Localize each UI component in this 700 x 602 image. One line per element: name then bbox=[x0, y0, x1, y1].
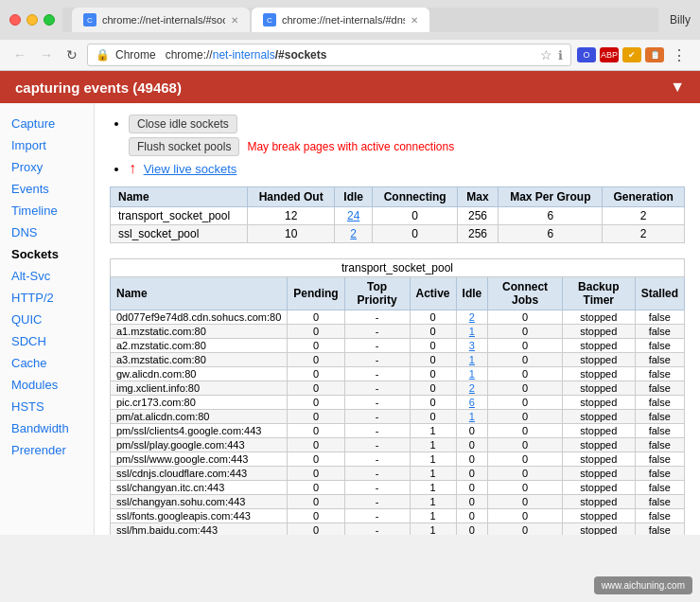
sidebar-item-quic[interactable]: QUIC bbox=[0, 309, 94, 330]
table-cell[interactable]: 2 bbox=[334, 225, 373, 243]
pool-table-cell: 0 bbox=[456, 438, 488, 452]
col-header-handed-out: Handed Out bbox=[248, 187, 335, 207]
pool-title: transport_socket_pool bbox=[111, 259, 685, 277]
table-cell: transport_socket_pool bbox=[111, 207, 248, 225]
pool-table-cell: false bbox=[635, 310, 684, 325]
ext-icon-1[interactable]: O bbox=[577, 47, 596, 62]
forward-button[interactable]: → bbox=[36, 45, 57, 64]
sidebar-item-events[interactable]: Events bbox=[0, 178, 94, 200]
adblock-icon[interactable]: ABP bbox=[600, 47, 619, 62]
pool-table-cell: stopped bbox=[562, 509, 635, 523]
pool-table-cell: 0 bbox=[410, 310, 456, 325]
pool-table-cell: - bbox=[344, 367, 410, 381]
pool-table-cell[interactable]: 2 bbox=[456, 381, 488, 396]
sidebar-item-bandwidth[interactable]: Bandwidth bbox=[0, 417, 94, 439]
pool-table-cell: 0 bbox=[488, 452, 563, 467]
table-row: img.xclient.info:800-020stoppedfalse bbox=[111, 381, 685, 396]
pool-col-header-backup-timer: Backup Timer bbox=[562, 277, 635, 310]
tab-close-icon[interactable]: ✕ bbox=[231, 15, 238, 26]
pool-table-cell[interactable]: 1 bbox=[456, 325, 488, 339]
pool-table-cell: pic.cr173.com:80 bbox=[111, 396, 288, 410]
sidebar-item-timeline[interactable]: Timeline bbox=[0, 200, 94, 221]
pool-table-cell: pm/at.alicdn.com:80 bbox=[111, 410, 288, 424]
star-icon[interactable]: ☆ bbox=[540, 47, 552, 62]
sidebar-item-import[interactable]: Import bbox=[0, 134, 94, 156]
table-row: ssl_socket_pool102025662 bbox=[111, 225, 685, 243]
pool-table-cell: 0 bbox=[488, 396, 563, 410]
pool-table-cell[interactable]: 1 bbox=[456, 353, 488, 367]
menu-button[interactable]: ⋮ bbox=[668, 44, 691, 66]
pool-table-cell: stopped bbox=[562, 381, 635, 396]
close-idle-button[interactable]: Close idle sockets bbox=[129, 115, 237, 133]
capturing-bar: capturing events (49468) ▼ bbox=[0, 71, 700, 103]
pool-table-cell[interactable]: 2 bbox=[456, 310, 488, 325]
sidebar-item-prerender[interactable]: Prerender bbox=[0, 439, 94, 461]
pool-table-cell: - bbox=[344, 381, 410, 396]
tab-close-dns-icon[interactable]: ✕ bbox=[411, 15, 418, 26]
pool-table-cell: stopped bbox=[562, 467, 635, 481]
pool-table-cell: stopped bbox=[562, 523, 635, 536]
ext-check-icon[interactable]: ✔ bbox=[622, 47, 641, 62]
table-cell[interactable]: 24 bbox=[334, 207, 373, 225]
pool-table-cell: 0 bbox=[488, 481, 563, 495]
lock-icon: 🔒 bbox=[96, 48, 110, 62]
pool-table-cell: - bbox=[344, 396, 410, 410]
info-icon[interactable]: ℹ bbox=[558, 48, 563, 62]
sidebar-item-capture[interactable]: Capture bbox=[0, 113, 94, 134]
pool-table-cell: - bbox=[344, 438, 410, 452]
pool-table-cell[interactable]: 3 bbox=[456, 339, 488, 353]
ext-icon-4[interactable]: 📋 bbox=[645, 47, 664, 62]
pool-table-cell[interactable]: 6 bbox=[456, 396, 488, 410]
table-row: ssl/cdnjs.cloudflare.com:4430-100stopped… bbox=[111, 467, 685, 481]
table-row: gw.alicdn.com:800-010stoppedfalse bbox=[111, 367, 685, 381]
pool-table-cell: stopped bbox=[562, 310, 635, 325]
tab-dns[interactable]: C chrome://net-internals/#dns ✕ bbox=[252, 8, 429, 32]
pool-table-cell: 0 bbox=[410, 381, 456, 396]
pool-table-cell: a1.mzstatic.com:80 bbox=[111, 325, 288, 339]
pool-col-header-pending: Pending bbox=[288, 277, 344, 310]
tab-sockets[interactable]: C chrome://net-internals/#socke… ✕ bbox=[72, 8, 250, 32]
pool-table-cell: false bbox=[635, 367, 684, 381]
close-button[interactable] bbox=[9, 14, 21, 26]
pool-table-cell: 1 bbox=[410, 523, 456, 536]
pool-table-cell: - bbox=[344, 325, 410, 339]
pool-table-cell: stopped bbox=[562, 353, 635, 367]
table-cell: 2 bbox=[603, 225, 685, 243]
pool-table-cell: 0 bbox=[288, 325, 344, 339]
sidebar-item-cache[interactable]: Cache bbox=[0, 352, 94, 374]
col-header-generation: Generation bbox=[603, 187, 685, 207]
address-bar[interactable]: 🔒 Chrome chrome://net-internals/#sockets… bbox=[87, 44, 571, 66]
pool-table-cell: pm/ssl/www.google.com:443 bbox=[111, 452, 288, 467]
pool-table-cell: 0 bbox=[488, 523, 563, 536]
table-cell: 0 bbox=[373, 225, 457, 243]
sidebar-item-hsts[interactable]: HSTS bbox=[0, 396, 94, 417]
pool-table-cell: 0 bbox=[288, 523, 344, 536]
pool-table-cell: 0 bbox=[456, 495, 488, 509]
address-text: Chrome chrome://net-internals/#sockets bbox=[115, 48, 534, 62]
table-cell: 0 bbox=[373, 207, 457, 225]
table-row: ssl/fonts.googleapis.com:4430-100stopped… bbox=[111, 509, 685, 523]
view-live-link[interactable]: View live sockets bbox=[144, 162, 237, 176]
sidebar-item-sdch[interactable]: SDCH bbox=[0, 330, 94, 352]
minimize-button[interactable] bbox=[26, 14, 38, 26]
table-row: pm/ssl/www.google.com:4430-100stoppedfal… bbox=[111, 452, 685, 467]
pool-table-cell[interactable]: 1 bbox=[456, 410, 488, 424]
table-row: ssl/changyan.sohu.com:4430-100stoppedfal… bbox=[111, 495, 685, 509]
sidebar-item-proxy[interactable]: Proxy bbox=[0, 156, 94, 178]
sidebar-item-dns[interactable]: DNS bbox=[0, 221, 94, 243]
sidebar-item-alt-svc[interactable]: Alt-Svc bbox=[0, 265, 94, 287]
pool-table-cell: 0 bbox=[288, 310, 344, 325]
pool-table-cell: img.xclient.info:80 bbox=[111, 381, 288, 396]
pool-table-cell: pm/ssl/clients4.google.com:443 bbox=[111, 424, 288, 438]
flush-pools-button[interactable]: Flush socket pools bbox=[129, 137, 239, 156]
pool-table-cell: 0 bbox=[288, 424, 344, 438]
sidebar-item-http2[interactable]: HTTP/2 bbox=[0, 287, 94, 309]
pool-col-header-name: Name bbox=[111, 277, 288, 310]
pool-table-cell: false bbox=[635, 467, 684, 481]
sidebar-item-modules[interactable]: Modules bbox=[0, 374, 94, 396]
pool-table-cell: stopped bbox=[562, 424, 635, 438]
reload-button[interactable]: ↻ bbox=[62, 45, 81, 64]
maximize-button[interactable] bbox=[44, 14, 55, 26]
pool-table-cell[interactable]: 1 bbox=[456, 367, 488, 381]
back-button[interactable]: ← bbox=[9, 45, 30, 64]
